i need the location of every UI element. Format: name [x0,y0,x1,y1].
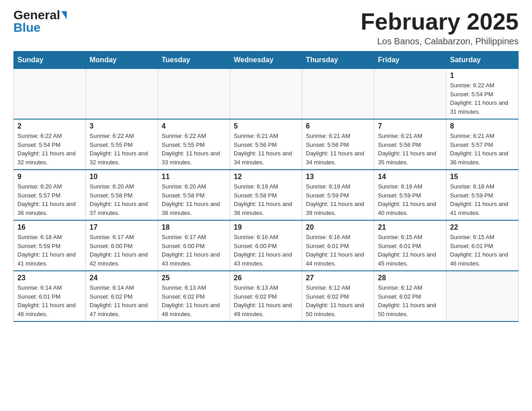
calendar-day-12: 12Sunrise: 6:19 AMSunset: 5:58 PMDayligh… [230,170,302,220]
calendar-day-1: 1Sunrise: 6:22 AMSunset: 5:54 PMDaylight… [446,69,519,120]
page-header: General Blue February 2025 Los Banos, Ca… [13,9,519,47]
day-info: Sunrise: 6:16 AMSunset: 6:00 PMDaylight:… [234,233,298,268]
calendar-day-28: 28Sunrise: 6:12 AMSunset: 6:02 PMDayligh… [374,271,446,321]
day-info: Sunrise: 6:14 AMSunset: 6:02 PMDaylight:… [90,283,154,318]
calendar-empty-cell [86,69,158,120]
day-number: 23 [17,274,82,282]
day-number: 19 [234,223,298,231]
calendar-week-row: 1Sunrise: 6:22 AMSunset: 5:54 PMDaylight… [14,69,519,120]
day-number: 15 [450,173,515,181]
day-info: Sunrise: 6:21 AMSunset: 5:57 PMDaylight:… [450,132,515,167]
day-info: Sunrise: 6:20 AMSunset: 5:58 PMDaylight:… [90,182,154,217]
day-info: Sunrise: 6:12 AMSunset: 6:02 PMDaylight:… [306,283,370,318]
calendar-day-24: 24Sunrise: 6:14 AMSunset: 6:02 PMDayligh… [86,271,158,321]
day-number: 8 [450,122,515,130]
day-info: Sunrise: 6:17 AMSunset: 6:00 PMDaylight:… [162,233,226,268]
calendar-day-27: 27Sunrise: 6:12 AMSunset: 6:02 PMDayligh… [302,271,374,321]
day-number: 28 [378,274,442,282]
calendar-day-7: 7Sunrise: 6:21 AMSunset: 5:56 PMDaylight… [374,119,446,170]
day-number: 17 [90,223,154,231]
calendar-empty-cell [374,69,446,120]
calendar-day-20: 20Sunrise: 6:16 AMSunset: 6:01 PMDayligh… [302,220,374,271]
weekday-header-sunday: Sunday [14,51,86,69]
calendar-empty-cell [14,69,86,120]
day-info: Sunrise: 6:19 AMSunset: 5:59 PMDaylight:… [378,182,442,217]
day-info: Sunrise: 6:22 AMSunset: 5:54 PMDaylight:… [450,81,515,116]
calendar-day-8: 8Sunrise: 6:21 AMSunset: 5:57 PMDaylight… [446,119,519,170]
day-number: 14 [378,173,442,181]
day-number: 12 [234,173,298,181]
calendar-day-10: 10Sunrise: 6:20 AMSunset: 5:58 PMDayligh… [86,170,158,220]
calendar-empty-cell [302,69,374,120]
day-number: 18 [162,223,226,231]
day-info: Sunrise: 6:21 AMSunset: 5:56 PMDaylight:… [306,132,370,167]
calendar-day-22: 22Sunrise: 6:15 AMSunset: 6:01 PMDayligh… [446,220,519,271]
day-info: Sunrise: 6:15 AMSunset: 6:01 PMDaylight:… [378,233,442,268]
weekday-header-tuesday: Tuesday [158,51,230,69]
logo: General Blue [13,9,67,34]
day-info: Sunrise: 6:22 AMSunset: 5:54 PMDaylight:… [17,132,82,167]
day-info: Sunrise: 6:15 AMSunset: 6:01 PMDaylight:… [450,233,515,268]
weekday-header-wednesday: Wednesday [230,51,302,69]
day-number: 20 [306,223,370,231]
day-number: 1 [450,72,515,80]
calendar-day-26: 26Sunrise: 6:13 AMSunset: 6:02 PMDayligh… [230,271,302,321]
logo-blue: Blue [13,21,41,34]
calendar-day-2: 2Sunrise: 6:22 AMSunset: 5:54 PMDaylight… [14,119,86,170]
day-number: 10 [90,173,154,181]
day-number: 5 [234,122,298,130]
day-number: 25 [162,274,226,282]
day-number: 7 [378,122,442,130]
day-number: 24 [90,274,154,282]
day-info: Sunrise: 6:19 AMSunset: 5:58 PMDaylight:… [234,182,298,217]
month-title: February 2025 [360,9,519,34]
calendar-day-19: 19Sunrise: 6:16 AMSunset: 6:00 PMDayligh… [230,220,302,271]
logo-general: General [13,9,60,21]
calendar-week-row: 2Sunrise: 6:22 AMSunset: 5:54 PMDaylight… [14,119,519,170]
day-info: Sunrise: 6:16 AMSunset: 6:01 PMDaylight:… [306,233,370,268]
day-number: 27 [306,274,370,282]
calendar-day-18: 18Sunrise: 6:17 AMSunset: 6:00 PMDayligh… [158,220,230,271]
calendar-day-21: 21Sunrise: 6:15 AMSunset: 6:01 PMDayligh… [374,220,446,271]
calendar-day-25: 25Sunrise: 6:13 AMSunset: 6:02 PMDayligh… [158,271,230,321]
day-number: 6 [306,122,370,130]
day-number: 3 [90,122,154,130]
calendar-day-3: 3Sunrise: 6:22 AMSunset: 5:55 PMDaylight… [86,119,158,170]
calendar-week-row: 16Sunrise: 6:18 AMSunset: 5:59 PMDayligh… [14,220,519,271]
calendar-day-14: 14Sunrise: 6:19 AMSunset: 5:59 PMDayligh… [374,170,446,220]
calendar-empty-cell [230,69,302,120]
weekday-header-saturday: Saturday [446,51,519,69]
title-area: February 2025 Los Banos, Calabarzon, Phi… [360,9,519,47]
day-number: 2 [17,122,82,130]
calendar-week-row: 9Sunrise: 6:20 AMSunset: 5:57 PMDaylight… [14,170,519,220]
day-info: Sunrise: 6:13 AMSunset: 6:02 PMDaylight:… [234,283,298,318]
calendar-header-row: SundayMondayTuesdayWednesdayThursdayFrid… [14,51,519,69]
day-info: Sunrise: 6:22 AMSunset: 5:55 PMDaylight:… [90,132,154,167]
day-info: Sunrise: 6:13 AMSunset: 6:02 PMDaylight:… [162,283,226,318]
day-info: Sunrise: 6:12 AMSunset: 6:02 PMDaylight:… [378,283,442,318]
day-number: 11 [162,173,226,181]
weekday-header-thursday: Thursday [302,51,374,69]
day-number: 4 [162,122,226,130]
calendar-day-4: 4Sunrise: 6:22 AMSunset: 5:55 PMDaylight… [158,119,230,170]
day-number: 26 [234,274,298,282]
day-info: Sunrise: 6:18 AMSunset: 5:59 PMDaylight:… [450,182,515,217]
calendar-day-5: 5Sunrise: 6:21 AMSunset: 5:56 PMDaylight… [230,119,302,170]
day-info: Sunrise: 6:17 AMSunset: 6:00 PMDaylight:… [90,233,154,268]
calendar-day-15: 15Sunrise: 6:18 AMSunset: 5:59 PMDayligh… [446,170,519,220]
location-title: Los Banos, Calabarzon, Philippines [360,36,519,47]
calendar-day-13: 13Sunrise: 6:19 AMSunset: 5:59 PMDayligh… [302,170,374,220]
calendar-empty-cell [446,271,519,321]
day-info: Sunrise: 6:20 AMSunset: 5:57 PMDaylight:… [17,182,82,217]
day-number: 16 [17,223,82,231]
day-number: 13 [306,173,370,181]
calendar-day-11: 11Sunrise: 6:20 AMSunset: 5:58 PMDayligh… [158,170,230,220]
day-number: 22 [450,223,515,231]
logo-triangle-icon [61,11,67,19]
weekday-header-monday: Monday [86,51,158,69]
calendar-week-row: 23Sunrise: 6:14 AMSunset: 6:01 PMDayligh… [14,271,519,321]
day-info: Sunrise: 6:22 AMSunset: 5:55 PMDaylight:… [162,132,226,167]
calendar-table: SundayMondayTuesdayWednesdayThursdayFrid… [13,51,519,322]
calendar-day-6: 6Sunrise: 6:21 AMSunset: 5:56 PMDaylight… [302,119,374,170]
calendar-day-16: 16Sunrise: 6:18 AMSunset: 5:59 PMDayligh… [14,220,86,271]
